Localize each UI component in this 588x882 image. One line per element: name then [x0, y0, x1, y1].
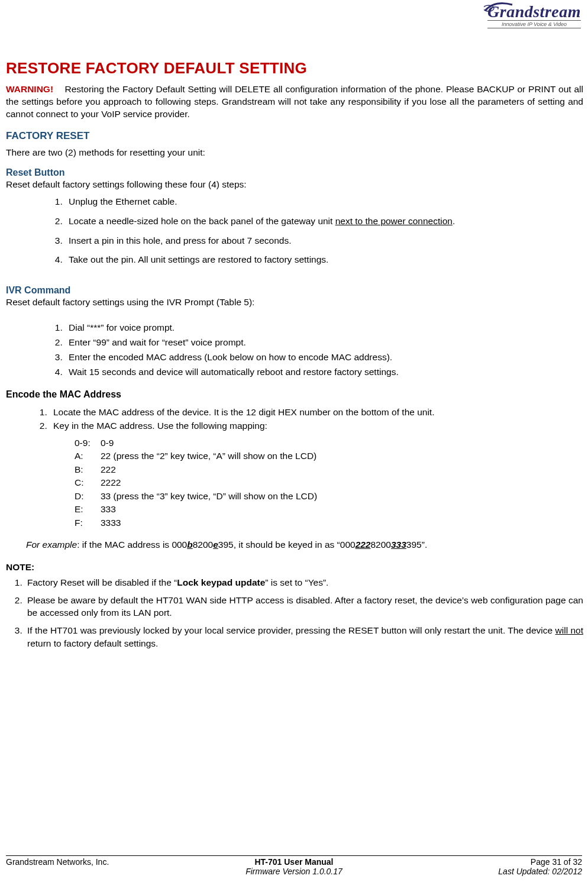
reset-step-2: Locate a needle-sized hole on the back p…	[65, 212, 583, 231]
ivr-heading: IVR Command	[6, 285, 583, 296]
reset-button-steps: Unplug the Ethernet cable. Locate a need…	[6, 192, 583, 270]
factory-reset-heading: FACTORY RESET	[6, 130, 583, 142]
ivr-step-3: Enter the encoded MAC address (Look belo…	[65, 350, 583, 365]
encode-step-2: Key in the MAC address. Use the followin…	[50, 419, 583, 433]
note-3: If the HT701 was previously locked by yo…	[25, 622, 583, 652]
note-heading: NOTE:	[6, 562, 583, 573]
ivr-step-2: Enter “99” and wait for “reset” voice pr…	[65, 335, 583, 350]
footer-company: Grandstream Networks, Inc.	[6, 857, 198, 876]
factory-reset-intro: There are two (2) methods for resetting …	[6, 147, 583, 159]
swoosh-icon	[484, 0, 513, 14]
footer-page: Page 31 of 32	[531, 857, 582, 867]
encode-example: For example: if the MAC address is 000b8…	[26, 539, 583, 551]
footer-firmware: Firmware Version 1.0.0.17	[245, 867, 343, 876]
warning-text: Restoring the Factory Default Setting wi…	[6, 84, 583, 119]
ivr-intro: Reset default factory settings using the…	[6, 297, 583, 308]
note-list: Factory Reset will be disabled if the “L…	[6, 574, 583, 652]
ivr-step-4: Wait 15 seconds and device will automati…	[65, 365, 583, 380]
brand-logo: Grandstream Innovative IP Voice & Video	[487, 2, 581, 28]
encode-steps: Locate the MAC address of the device. It…	[6, 406, 583, 433]
footer-manual: HT-701 User Manual	[254, 857, 333, 867]
brand-tagline: Innovative IP Voice & Video	[487, 20, 581, 28]
ivr-step-1: Dial “***” for voice prompt.	[65, 321, 583, 335]
page-footer: Grandstream Networks, Inc. HT-701 User M…	[6, 855, 582, 876]
reset-button-intro: Reset default factory settings following…	[6, 179, 583, 190]
footer-updated: Last Updated: 02/2012	[498, 867, 582, 876]
note-2: Please be aware by default the HT701 WAN…	[25, 592, 583, 622]
warning-label: WARNING!	[6, 84, 53, 94]
reset-step-3: Insert a pin in this hole, and press for…	[65, 231, 583, 251]
note-1: Factory Reset will be disabled if the “L…	[25, 574, 583, 592]
reset-step-4: Take out the pin. All unit settings are …	[65, 250, 583, 270]
encode-step-1: Locate the MAC address of the device. It…	[50, 406, 583, 419]
reset-step-1: Unplug the Ethernet cable.	[65, 192, 583, 212]
warning-paragraph: WARNING! Restoring the Factory Default S…	[6, 83, 583, 121]
ivr-steps: Dial “***” for voice prompt. Enter “99” …	[6, 321, 583, 380]
page-title: RESTORE FACTORY DEFAULT SETTING	[6, 59, 583, 77]
mac-mapping: 0-9:0-9 A:22 (press the “2” key twice, “…	[75, 437, 583, 529]
encode-heading: Encode the MAC Address	[6, 389, 583, 400]
reset-button-heading: Reset Button	[6, 167, 583, 178]
